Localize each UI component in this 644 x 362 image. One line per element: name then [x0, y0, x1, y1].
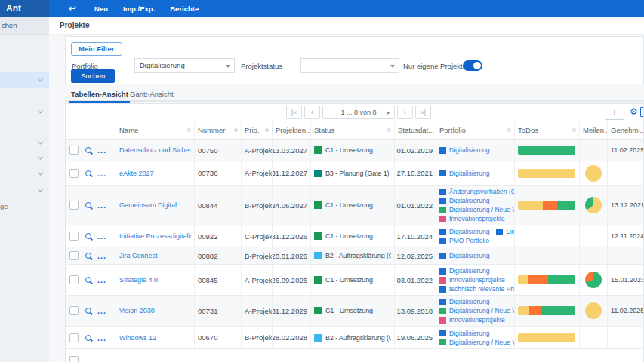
portfolio-tag[interactable]: Digitalisierung — [439, 228, 489, 235]
column-header-todos[interactable]: ToDos — [515, 121, 580, 139]
next-page-button[interactable]: › — [397, 106, 413, 119]
column-header-statusdat[interactable]: Statusdat... — [395, 121, 436, 139]
column-header-nummer[interactable]: Nummer — [195, 121, 242, 139]
row-more-actions-icon[interactable]: ... — [97, 336, 106, 339]
magnifier-icon[interactable] — [85, 233, 91, 239]
project-name-link[interactable]: Initiative Prozessdigitalisierung — [119, 232, 191, 240]
portfolio-tag-label[interactable]: Digitalisierung — [449, 197, 489, 204]
portfolio-tag-label[interactable]: technisch relevante Projekte — [449, 285, 515, 293]
prev-page-button[interactable]: ‹ — [304, 106, 320, 119]
row-checkbox[interactable] — [69, 146, 79, 155]
sidebar-item[interactable] — [0, 152, 49, 164]
project-name-link[interactable]: Datenschutz und Sicherheit — [119, 146, 191, 154]
row-checkbox[interactable] — [69, 201, 79, 210]
sidebar-item[interactable] — [0, 167, 49, 179]
tab-tabellen-ansicht[interactable]: Tabellen-Ansicht — [71, 88, 128, 100]
portfolio-tag-label[interactable]: PMO Portfolio — [449, 237, 489, 244]
portfolio-tag-label[interactable]: Linie — [506, 228, 515, 235]
portfolio-tag[interactable]: PMO Portfolio — [439, 237, 489, 244]
portfolio-tag[interactable]: Digitalisierung — [439, 146, 489, 154]
sidebar-item[interactable] — [0, 137, 49, 149]
project-name-link[interactable]: Windows 12 — [119, 334, 156, 342]
column-header-genehmi[interactable]: Genehmi... — [608, 121, 643, 139]
row-checkbox[interactable] — [69, 251, 79, 260]
portfolio-tag[interactable]: Digitalisierung / Neue Verfahr — [439, 307, 515, 314]
bulk-more-actions-icon[interactable]: ... — [88, 359, 97, 362]
projektstatus-select[interactable] — [300, 58, 399, 73]
magnifier-icon[interactable] — [85, 308, 91, 314]
magnifier-icon[interactable] — [85, 147, 91, 153]
column-header-prio[interactable]: Prio. — [242, 121, 273, 139]
row-checkbox[interactable] — [69, 232, 79, 241]
sidebar-label-fragment[interactable]: ge — [0, 202, 8, 210]
sort-icon[interactable] — [507, 128, 511, 132]
project-name-link[interactable]: Jira Connect — [119, 252, 158, 259]
sort-icon[interactable] — [572, 128, 576, 132]
portfolio-tag[interactable]: technisch relevante Projekte — [439, 285, 515, 293]
portfolio-select[interactable]: Digitalisierung — [134, 58, 235, 73]
portfolio-tag-label[interactable]: Innovationsprojekte — [449, 215, 505, 222]
row-checkbox[interactable] — [69, 333, 79, 342]
nur-eigene-projekte-toggle[interactable] — [463, 60, 482, 71]
project-name-link[interactable]: Gemeinsam Digital — [119, 201, 177, 209]
sidebar-search[interactable]: chen — [0, 17, 49, 35]
sort-icon[interactable] — [187, 128, 191, 132]
portfolio-tag-label[interactable]: Digitalisierung / Neue Verfahr — [449, 307, 515, 314]
portfolio-tag-label[interactable]: Digitalisierung — [449, 330, 489, 337]
project-name-link[interactable]: eAkte 2027 — [119, 170, 154, 177]
last-page-button[interactable]: »| — [415, 106, 431, 119]
topnav-item-neu[interactable]: Neu — [94, 5, 108, 13]
page-select[interactable]: 1 ... 8 von 8 — [322, 106, 395, 119]
suchen-button[interactable]: Suchen — [71, 69, 115, 83]
portfolio-tag-label[interactable]: Innovationsprojekte — [449, 316, 505, 324]
row-more-actions-icon[interactable]: ... — [97, 278, 106, 281]
portfolio-tag[interactable]: Digitalisierung — [439, 170, 489, 177]
row-more-actions-icon[interactable]: ... — [97, 172, 106, 175]
portfolio-tag[interactable]: Digitalisierung — [439, 252, 489, 259]
magnifier-icon[interactable] — [85, 335, 91, 341]
portfolio-tag-label[interactable]: Digitalisierung — [449, 146, 489, 154]
row-more-actions-icon[interactable]: ... — [97, 254, 106, 257]
magnifier-icon[interactable] — [85, 253, 91, 259]
column-header-status[interactable]: Status — [311, 121, 395, 139]
magnifier-icon[interactable] — [85, 202, 91, 208]
sidebar-item-active[interactable] — [0, 72, 49, 88]
sort-icon[interactable] — [234, 128, 238, 132]
sidebar-item[interactable] — [0, 184, 49, 196]
column-header-portfolio[interactable]: Portfolio — [436, 121, 515, 139]
portfolio-tag-label[interactable]: Digitalisierung — [449, 267, 489, 275]
row-more-actions-icon[interactable]: ... — [97, 309, 106, 312]
magnifier-icon[interactable] — [85, 170, 91, 176]
row-checkbox[interactable] — [69, 306, 79, 315]
portfolio-tag[interactable]: Digitalisierung — [439, 267, 489, 275]
topnav-item-imp-exp[interactable]: Imp./Exp. — [123, 5, 155, 13]
column-settings-icon[interactable] — [640, 107, 644, 117]
portfolio-tag-label[interactable]: Digitalisierung / Neue Verfahr — [449, 339, 515, 346]
sort-icon[interactable] — [387, 128, 391, 132]
select-all-checkbox[interactable] — [69, 356, 79, 362]
portfolio-tag-label[interactable]: Digitalisierung / Neue Verfahr — [449, 206, 515, 213]
portfolio-tag[interactable]: Digitalisierung / Neue Verfahr — [439, 206, 515, 213]
portfolio-tag[interactable]: Innovationsprojekte — [439, 276, 505, 284]
mein-filter-button[interactable]: Mein Filter — [71, 42, 122, 56]
project-name-link[interactable]: Vision 2030 — [119, 307, 155, 314]
project-name-link[interactable]: Strategie 4.0 — [119, 276, 158, 284]
portfolio-tag[interactable]: Digitalisierung — [439, 330, 489, 337]
first-page-button[interactable]: |« — [286, 106, 302, 119]
portfolio-tag-label[interactable]: Digitalisierung — [449, 228, 489, 235]
sort-icon[interactable] — [265, 128, 269, 132]
portfolio-tag[interactable]: Digitalisierung — [439, 298, 489, 305]
back-arrow-icon[interactable]: ↩ — [69, 3, 76, 14]
portfolio-tag[interactable]: Digitalisierung — [439, 197, 489, 204]
topnav-item-berichte[interactable]: Berichte — [170, 5, 199, 13]
add-project-button[interactable]: + — [605, 106, 624, 120]
settings-gear-icon[interactable]: ⚙ — [630, 106, 638, 117]
portfolio-tag[interactable]: Digitalisierung / Neue Verfahr — [439, 339, 515, 346]
row-more-actions-icon[interactable]: ... — [97, 149, 106, 152]
portfolio-tag-label[interactable]: Digitalisierung — [449, 252, 489, 259]
column-header-name[interactable]: Name — [116, 121, 195, 139]
row-more-actions-icon[interactable]: ... — [97, 204, 106, 207]
magnifier-icon[interactable] — [85, 277, 91, 283]
portfolio-tag-label[interactable]: Innovationsprojekte — [449, 276, 505, 284]
row-checkbox[interactable] — [69, 169, 79, 178]
